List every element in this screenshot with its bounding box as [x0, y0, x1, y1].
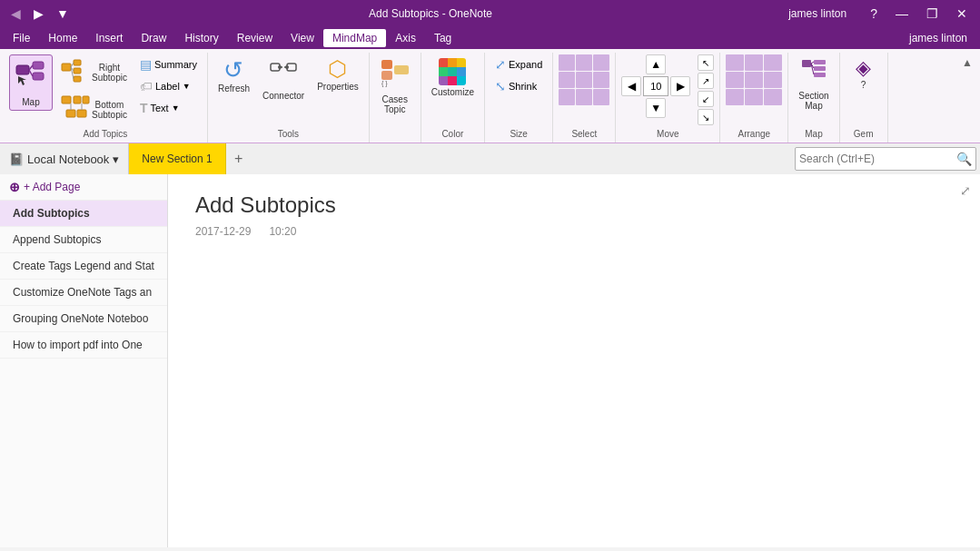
- bottom-subtopic-button[interactable]: BottomSubtopic: [56, 92, 132, 127]
- move-down-button[interactable]: ▼: [646, 98, 666, 118]
- label-icon: 🏷: [140, 79, 153, 93]
- right-subtopic-button[interactable]: RightSubtopic: [56, 54, 132, 90]
- menu-tag[interactable]: Tag: [425, 29, 460, 47]
- expand-button[interactable]: ⤢ Expand: [490, 54, 547, 74]
- move-extra-3[interactable]: ↙: [698, 91, 714, 107]
- move-right-button[interactable]: ▶: [670, 76, 690, 96]
- section-map-button[interactable]: SectionMap: [794, 54, 833, 114]
- notebook-name: Local Notebook: [27, 153, 109, 166]
- section-tab-new-section-1[interactable]: New Section 1: [129, 143, 225, 174]
- ribbon-group-color: Customize Color: [421, 53, 485, 143]
- menu-view[interactable]: View: [282, 29, 323, 47]
- menu-file[interactable]: File: [4, 29, 39, 47]
- expand-content-button[interactable]: ⤢: [960, 183, 971, 198]
- select-cell-5[interactable]: [576, 72, 592, 88]
- ribbon-group-move: ◀ ▲ ▼ ▶ ↖ ↗ ↙ ↘ Move: [616, 53, 720, 143]
- text-button[interactable]: T Text ▼: [135, 98, 202, 118]
- select-grid[interactable]: [559, 54, 609, 105]
- expand-label: Expand: [509, 59, 542, 70]
- menu-axis[interactable]: Axis: [386, 29, 425, 47]
- move-extra-4[interactable]: ↘: [698, 109, 714, 125]
- cases-button[interactable]: { } CasesTopic: [375, 54, 415, 118]
- arrange-cell-8[interactable]: [745, 89, 763, 105]
- page-item-customize-onenote[interactable]: Customize OneNote Tags an: [0, 280, 167, 306]
- new-section-button[interactable]: +: [226, 143, 252, 174]
- svg-rect-31: [814, 66, 826, 71]
- page-item-append-subtopics[interactable]: Append Subtopics: [0, 227, 167, 253]
- ribbon-group-gem: ◈ ? Gem: [840, 53, 888, 143]
- page-item-create-tags[interactable]: Create Tags Legend and Stat: [0, 253, 167, 280]
- minimize-button[interactable]: —: [890, 5, 914, 23]
- properties-button[interactable]: ⬡ Properties: [312, 54, 363, 95]
- user-account[interactable]: james linton: [900, 29, 976, 47]
- forward-button[interactable]: ▶: [30, 5, 47, 23]
- arrange-cell-1[interactable]: [726, 54, 744, 71]
- arrange-cell-4[interactable]: [726, 72, 744, 88]
- select-cell-2[interactable]: [576, 54, 592, 71]
- customize-button[interactable]: Customize: [427, 54, 479, 101]
- gem-button[interactable]: ◈ ?: [846, 54, 882, 93]
- svg-rect-7: [74, 60, 81, 65]
- size-buttons: ⤢ Expand ⤡ Shrink: [490, 54, 547, 96]
- map-icon: [15, 58, 47, 95]
- svg-rect-6: [62, 64, 71, 71]
- summary-button[interactable]: ▤ Summary: [135, 54, 202, 74]
- quick-access-dropdown[interactable]: ▼: [53, 5, 73, 23]
- select-cell-3[interactable]: [593, 54, 609, 71]
- page-item-grouping[interactable]: Grouping OneNote Noteboo: [0, 306, 167, 332]
- select-cell-1[interactable]: [559, 54, 575, 71]
- add-page-button[interactable]: ⊕ + Add Page: [0, 174, 167, 201]
- select-cell-6[interactable]: [593, 72, 609, 88]
- move-extra-1[interactable]: ↖: [698, 54, 714, 71]
- map-button[interactable]: Map: [9, 54, 53, 111]
- svg-line-3: [29, 65, 33, 70]
- properties-label: Properties: [317, 82, 359, 92]
- page-item-import-pdf[interactable]: How to import pdf into One: [0, 332, 167, 359]
- menu-mindmap[interactable]: MindMap: [323, 29, 386, 47]
- cases-content: { } CasesTopic: [375, 54, 415, 127]
- menu-draw[interactable]: Draw: [132, 29, 175, 47]
- page-title: Add Subtopics: [195, 192, 953, 218]
- back-button[interactable]: ◀: [7, 5, 25, 23]
- move-up-button[interactable]: ▲: [646, 54, 666, 74]
- add-topics-label: Add Topics: [9, 127, 202, 141]
- connector-button[interactable]: Connector: [258, 54, 309, 104]
- select-grid-container: [559, 54, 609, 105]
- menu-bar: File Home Insert Draw History Review Vie…: [0, 27, 980, 49]
- search-icon[interactable]: 🔍: [956, 152, 972, 166]
- search-input[interactable]: [799, 153, 956, 165]
- move-extra-2[interactable]: ↗: [698, 73, 714, 89]
- notebook-button[interactable]: 📓 Local Notebook ▾: [0, 143, 129, 174]
- cases-icon: { }: [380, 58, 411, 93]
- help-button[interactable]: ?: [865, 5, 883, 23]
- arrange-cell-5[interactable]: [745, 72, 763, 88]
- ribbon-collapse-button[interactable]: ▲: [962, 56, 973, 69]
- svg-point-23: [278, 65, 282, 69]
- arrange-cell-6[interactable]: [764, 72, 782, 88]
- page-list: Add Subtopics Append Subtopics Create Ta…: [0, 201, 167, 547]
- arrange-cell-7[interactable]: [726, 89, 744, 105]
- shrink-button[interactable]: ⤡ Shrink: [490, 76, 547, 96]
- move-value-input[interactable]: [643, 76, 668, 96]
- ribbon-group-map: SectionMap Map: [788, 53, 839, 143]
- main-area: ⊕ + Add Page Add Subtopics Append Subtop…: [0, 174, 980, 547]
- menu-review[interactable]: Review: [228, 29, 282, 47]
- menu-insert[interactable]: Insert: [86, 29, 132, 47]
- select-cell-4[interactable]: [559, 72, 575, 88]
- arrange-grid[interactable]: [726, 54, 782, 105]
- refresh-button[interactable]: ↺ Refresh: [213, 54, 254, 97]
- select-cell-9[interactable]: [593, 89, 609, 105]
- page-item-add-subtopics[interactable]: Add Subtopics: [0, 201, 167, 227]
- label-button[interactable]: 🏷 Label ▼: [135, 76, 202, 96]
- menu-home[interactable]: Home: [39, 29, 86, 47]
- select-cell-8[interactable]: [576, 89, 592, 105]
- menu-history[interactable]: History: [175, 29, 227, 47]
- arrange-cell-2[interactable]: [745, 54, 763, 71]
- restore-button[interactable]: ❐: [921, 5, 944, 23]
- select-cell-7[interactable]: [559, 89, 575, 105]
- close-button[interactable]: ✕: [951, 5, 973, 23]
- arrange-cell-9[interactable]: [764, 89, 782, 105]
- move-left-button[interactable]: ◀: [621, 76, 641, 96]
- arrange-cell-3[interactable]: [764, 54, 782, 71]
- svg-line-4: [29, 70, 33, 76]
